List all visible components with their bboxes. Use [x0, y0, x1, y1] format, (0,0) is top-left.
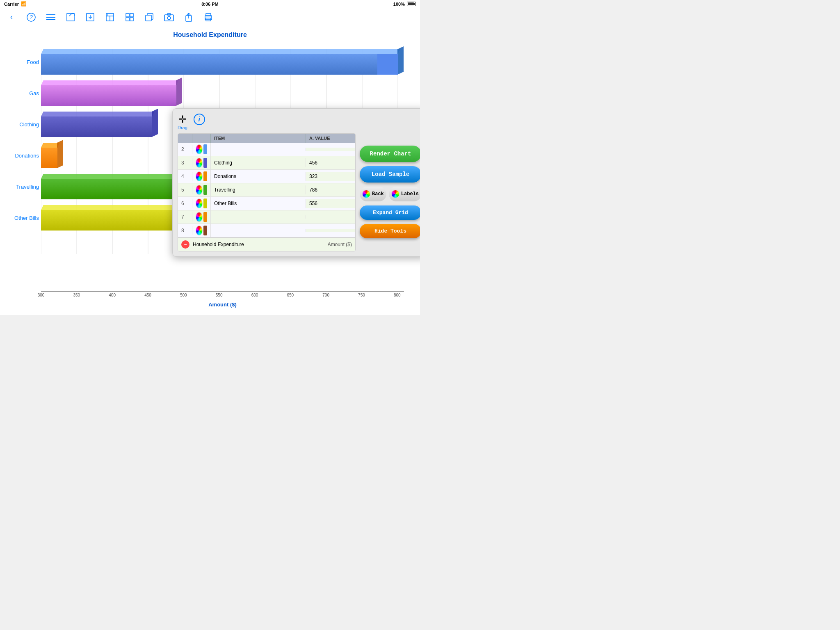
- bar-row-gas: Gas: [41, 80, 420, 106]
- x-label-350: 350: [73, 292, 80, 297]
- toolbar: ‹ ?: [0, 8, 420, 26]
- copy-button[interactable]: [142, 10, 157, 25]
- x-axis-title: Amount ($): [41, 301, 404, 308]
- grid-cell-item-4[interactable]: Donations: [211, 172, 306, 181]
- bar-label-gas: Gas: [2, 90, 39, 96]
- x-label-600: 600: [251, 292, 258, 297]
- drag-icon[interactable]: ✛: [178, 114, 187, 125]
- grid-footer-delete-icon[interactable]: −: [181, 240, 189, 249]
- grid-footer-axis-label: Amount ($): [328, 242, 352, 247]
- grid-row-4[interactable]: 4 Donations 323: [178, 170, 355, 183]
- x-axis: 300 350 400 450 500 550 600 650 700 750 …: [41, 291, 420, 308]
- bar-row-food: Food: [41, 49, 420, 75]
- grid-cell-num-6: 6: [178, 199, 192, 208]
- grid-row-3[interactable]: 3 Clothing 456: [178, 156, 355, 170]
- hide-tools-button[interactable]: Hide Tools: [360, 224, 420, 238]
- svg-point-22: [167, 16, 171, 20]
- grid-header-item: ITEM: [211, 134, 306, 143]
- bar-label-travelling: Travelling: [2, 184, 39, 190]
- grid-row-6[interactable]: 6 Other Bills 556: [178, 197, 355, 210]
- help-button[interactable]: ?: [24, 10, 39, 25]
- grid-cell-value-3[interactable]: 456: [306, 158, 355, 167]
- grid-button[interactable]: [122, 10, 137, 25]
- grid-footer: − Household Expenditure Amount ($): [178, 237, 355, 251]
- grid-cell-color-8: [192, 224, 211, 237]
- back-color-button[interactable]: Back: [360, 187, 386, 201]
- grid-cell-value-8[interactable]: [306, 229, 355, 232]
- x-label-400: 400: [109, 292, 116, 297]
- carrier-label: Carrier: [4, 2, 19, 7]
- grid-header-value: A. VALUE: [306, 134, 355, 143]
- render-chart-button[interactable]: Render Chart: [360, 146, 420, 162]
- grid-cell-item-8[interactable]: [211, 229, 306, 232]
- grid-cell-value-5[interactable]: 786: [306, 185, 355, 194]
- svg-text:?: ?: [30, 14, 33, 20]
- grid-cell-color-2: [192, 143, 211, 156]
- camera-button[interactable]: [162, 10, 176, 25]
- back-button[interactable]: ‹: [4, 10, 19, 25]
- share-button[interactable]: [181, 10, 196, 25]
- info-icon[interactable]: i: [194, 114, 205, 125]
- save-button[interactable]: [103, 10, 117, 25]
- bar-label-otherbills: Other Bills: [2, 215, 39, 221]
- grid-cell-color-5: [192, 183, 211, 196]
- main-content: Household Expenditure Food: [0, 26, 420, 315]
- grid-cell-color-6: [192, 197, 211, 210]
- status-bar-left: Carrier 📶: [4, 1, 27, 7]
- grid-row-5[interactable]: 5 Travelling 786: [178, 183, 355, 197]
- grid-cell-color-7: [192, 210, 211, 224]
- grid-cell-item-3[interactable]: Clothing: [211, 158, 306, 167]
- load-sample-button[interactable]: Load Sample: [360, 166, 420, 183]
- print-button[interactable]: [201, 10, 216, 25]
- grid-cell-value-2[interactable]: [306, 148, 355, 151]
- x-label-750: 750: [358, 292, 365, 297]
- data-grid: ITEM A. VALUE 2 3: [178, 133, 356, 251]
- grid-row-2[interactable]: 2: [178, 143, 355, 156]
- grid-cell-value-4[interactable]: 323: [306, 172, 355, 181]
- svg-rect-18: [130, 18, 133, 21]
- download-button[interactable]: [83, 10, 98, 25]
- grid-cell-num-7: 7: [178, 212, 192, 221]
- x-label-450: 450: [144, 292, 151, 297]
- status-bar-right: 100%: [393, 2, 416, 7]
- grid-header: ITEM A. VALUE: [178, 134, 355, 143]
- grid-cell-num-2: 2: [178, 145, 192, 154]
- overlay-content: ITEM A. VALUE 2 3: [178, 133, 420, 251]
- status-bar: Carrier 📶 8:06 PM 100%: [0, 0, 420, 8]
- x-label-700: 700: [322, 292, 329, 297]
- grid-row-7[interactable]: 7: [178, 210, 355, 224]
- drag-control[interactable]: ✛ Drag: [178, 114, 187, 130]
- svg-rect-20: [146, 15, 151, 21]
- drag-label: Drag: [178, 125, 187, 130]
- grid-cell-item-5[interactable]: Travelling: [211, 185, 306, 194]
- overlay-header: ✛ Drag i: [178, 114, 420, 130]
- grid-header-num: [178, 134, 192, 143]
- chart-title: Household Expenditure: [0, 26, 420, 41]
- status-bar-time: 8:06 PM: [201, 2, 219, 7]
- grid-cell-value-7[interactable]: [306, 215, 355, 219]
- svg-rect-15: [126, 14, 129, 17]
- x-label-800: 800: [394, 292, 401, 297]
- battery-icon: [407, 2, 416, 6]
- bar-label-food: Food: [2, 59, 39, 65]
- grid-cell-value-6[interactable]: 556: [306, 199, 355, 208]
- expand-grid-button[interactable]: Expand Grid: [360, 205, 420, 220]
- svg-line-6: [69, 14, 72, 16]
- grid-cell-item-6[interactable]: Other Bills: [211, 199, 306, 208]
- list-button[interactable]: [43, 10, 58, 25]
- grid-header-color: [192, 134, 211, 143]
- grid-cell-num-4: 4: [178, 172, 192, 181]
- grid-row-8[interactable]: 8: [178, 224, 355, 237]
- edit-button[interactable]: [63, 10, 78, 25]
- x-label-650: 650: [287, 292, 294, 297]
- battery-percent: 100%: [393, 2, 405, 7]
- grid-cell-item-2[interactable]: [211, 148, 306, 151]
- labels-color-button[interactable]: Labels: [389, 187, 420, 201]
- overlay-panel: ✛ Drag i ITEM A. VALUE 2: [172, 108, 420, 257]
- svg-rect-23: [167, 14, 171, 15]
- right-buttons: Render Chart Load Sample Back Labels Exp…: [360, 133, 420, 251]
- wifi-icon: 📶: [21, 1, 27, 7]
- grid-cell-item-7[interactable]: [211, 215, 306, 219]
- x-label-500: 500: [180, 292, 187, 297]
- color-buttons: Back Labels: [360, 187, 420, 201]
